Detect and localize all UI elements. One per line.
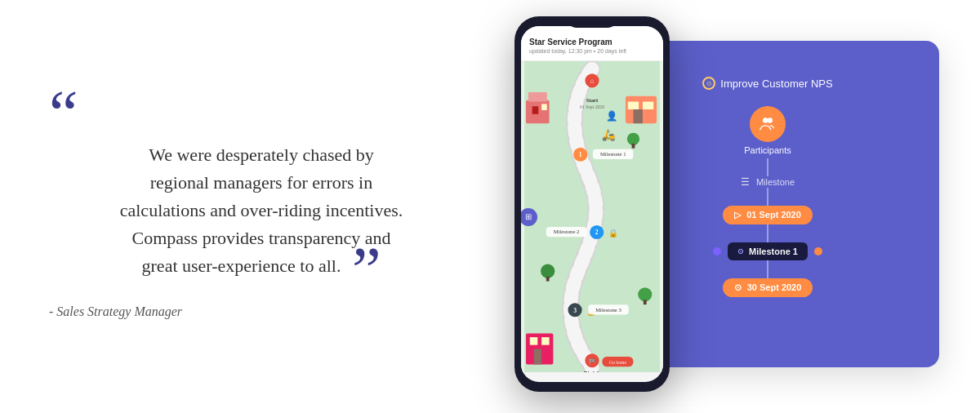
date-badge-1: ▷ 01 Sept 2020	[723, 206, 813, 224]
quote-text: We were desperately chased by regional m…	[49, 141, 474, 280]
milestone-dot-orange	[814, 247, 822, 255]
svg-rect-5	[532, 106, 539, 114]
svg-text:Go home: Go home	[609, 360, 627, 365]
quote-author: - Sales Strategy Manager	[49, 304, 474, 319]
svg-text:🛵: 🛵	[602, 128, 616, 142]
visual-section: ⊙ Improve Customer NPS Participan	[490, 0, 947, 413]
svg-text:👤: 👤	[606, 110, 618, 122]
phone-program-subtitle: updated today, 12:30 pm • 20 days left	[529, 48, 655, 54]
svg-rect-12	[628, 102, 639, 110]
svg-text:Milestone 2: Milestone 2	[554, 229, 580, 234]
open-quote-mark: “	[49, 94, 474, 133]
svg-point-38	[541, 264, 555, 278]
svg-text:01 Sept 2020: 01 Sept 2020	[580, 104, 604, 109]
svg-text:1: 1	[579, 151, 582, 158]
phone-map-content: ⌂ 1 2 🔒 3	[521, 61, 663, 372]
svg-rect-10	[632, 144, 635, 149]
quote-section: “ We were desperately chased by regional…	[33, 61, 490, 352]
participants-node: Participants	[744, 106, 791, 158]
svg-rect-44	[541, 337, 550, 345]
svg-rect-45	[534, 349, 542, 364]
phone-wrapper: Star Service Program updated today, 12:3…	[514, 16, 670, 392]
participants-label: Participants	[744, 145, 791, 155]
timeline-line-3	[767, 224, 768, 242]
date-badge-2-row: ⊙ 30 Sept 2020	[723, 278, 813, 297]
milestone1-row: ⊙ Milestone 1	[713, 242, 822, 260]
svg-rect-13	[643, 102, 653, 110]
svg-point-9	[627, 133, 639, 145]
svg-rect-43	[530, 337, 538, 345]
date-badge-2: ⊙ 30 Sept 2020	[723, 278, 813, 297]
close-quote-mark: ”	[352, 260, 381, 280]
milestone1-badge: ⊙ Milestone 1	[728, 242, 808, 260]
svg-rect-4	[528, 92, 547, 101]
participants-icon	[750, 106, 786, 142]
main-container: “ We were desperately chased by regional…	[0, 0, 980, 413]
road-svg: ⌂ 1 2 🔒 3	[521, 61, 663, 372]
phone-notch	[568, 16, 617, 28]
date-badge-1-row: ▷ 01 Sept 2020	[723, 206, 813, 224]
svg-rect-14	[633, 109, 642, 123]
svg-rect-39	[546, 277, 550, 282]
svg-text:Milestone 3: Milestone 3	[595, 307, 621, 313]
svg-text:Finish: Finish	[584, 371, 601, 372]
svg-text:🔒: 🔒	[608, 229, 618, 238]
timeline-line-1	[767, 158, 768, 176]
svg-text:🏁: 🏁	[589, 357, 596, 365]
svg-text:3: 3	[573, 307, 577, 314]
svg-point-1	[768, 118, 773, 122]
svg-rect-41	[644, 300, 647, 304]
svg-text:2: 2	[595, 229, 599, 236]
svg-rect-6	[541, 104, 547, 110]
milestone-row: ☰ Milestone	[741, 176, 795, 188]
timeline-line-4	[767, 260, 768, 278]
svg-text:⌂: ⌂	[590, 77, 594, 85]
milestone-icon: ☰	[741, 176, 750, 188]
milestone-dot-purple	[713, 247, 721, 255]
phone-header: Star Service Program updated today, 12:3…	[521, 26, 663, 61]
phone-screen: Star Service Program updated today, 12:3…	[521, 26, 663, 382]
svg-text:Start: Start	[586, 97, 599, 103]
phone-program-title: Star Service Program	[529, 38, 655, 47]
timeline-line-2	[767, 188, 768, 206]
svg-point-40	[638, 287, 652, 301]
phone-frame: Star Service Program updated today, 12:3…	[514, 16, 670, 392]
target-icon: ⊙	[702, 77, 715, 90]
svg-text:Milestone 1: Milestone 1	[600, 151, 626, 157]
svg-point-0	[763, 118, 768, 122]
